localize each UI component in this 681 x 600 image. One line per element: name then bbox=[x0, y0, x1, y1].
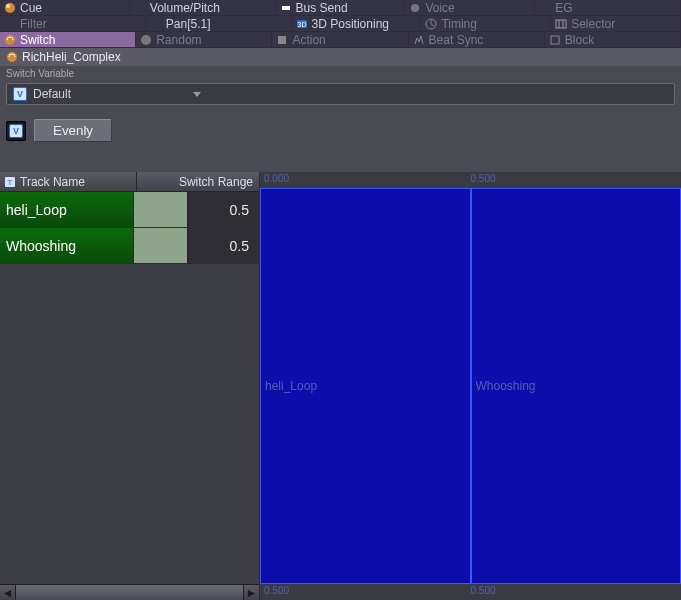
switch-range-cell[interactable]: 0.5 bbox=[188, 228, 259, 263]
tab-label: EG bbox=[555, 1, 572, 15]
table-row[interactable]: Whooshing 0.5 bbox=[0, 228, 259, 264]
tab-label: Timing bbox=[441, 17, 477, 31]
track-name-cell: Whooshing bbox=[0, 228, 134, 263]
variable-icon: V bbox=[9, 124, 23, 138]
breadcrumb-label: RichHeli_Complex bbox=[22, 50, 121, 64]
tab-voice[interactable]: Voice bbox=[405, 0, 535, 16]
column-header-switch-range[interactable]: Switch Range bbox=[137, 172, 259, 191]
track-swatch[interactable] bbox=[134, 228, 188, 263]
tab-selector[interactable]: Selector bbox=[551, 16, 681, 32]
chevron-down-icon bbox=[188, 84, 206, 104]
scroll-thumb[interactable] bbox=[16, 585, 243, 600]
tab-action[interactable]: Action bbox=[272, 32, 408, 48]
region-label: Whooshing bbox=[476, 379, 536, 393]
horizontal-scrollbar[interactable]: ◄ ► bbox=[0, 584, 259, 600]
random-icon bbox=[140, 34, 152, 46]
threed-icon: 3D bbox=[296, 18, 308, 30]
column-header-track-name[interactable]: T Track Name bbox=[0, 172, 137, 191]
tab-switch[interactable]: Switch bbox=[0, 32, 136, 48]
svg-rect-2 bbox=[282, 6, 290, 10]
switch-variable-value: Default bbox=[33, 87, 71, 101]
tab-bus-send[interactable]: Bus Send bbox=[276, 0, 406, 16]
ruler-tick: 0.500 bbox=[264, 585, 289, 596]
tab-label: Block bbox=[565, 33, 594, 47]
switch-region[interactable]: heli_Loop bbox=[260, 188, 471, 584]
tab-label: Volume/Pitch bbox=[150, 1, 220, 15]
svg-point-9 bbox=[141, 35, 151, 45]
svg-point-0 bbox=[5, 3, 15, 13]
tab-label: Action bbox=[292, 33, 325, 47]
svg-text:3D: 3D bbox=[297, 21, 306, 28]
breadcrumb[interactable]: RichHeli_Complex bbox=[0, 48, 681, 66]
switch-icon bbox=[6, 51, 18, 63]
track-list-empty-area bbox=[0, 264, 259, 584]
switch-region[interactable]: Whooshing bbox=[471, 188, 682, 584]
table-row[interactable]: heli_Loop 0.5 bbox=[0, 192, 259, 228]
block-icon bbox=[549, 34, 561, 46]
track-list-pane: T Track Name Switch Range heli_Loop 0.5 … bbox=[0, 172, 260, 600]
tab-beat-sync[interactable]: Beat Sync bbox=[409, 32, 545, 48]
text-icon: T bbox=[4, 176, 16, 188]
tab-timing[interactable]: Timing bbox=[421, 16, 551, 32]
ruler-tick: 0.500 bbox=[471, 585, 496, 596]
ruler-bottom[interactable]: 0.500 0.500 bbox=[260, 584, 681, 600]
svg-rect-11 bbox=[551, 36, 559, 44]
tab-random[interactable]: Random bbox=[136, 32, 272, 48]
grid-icon bbox=[555, 18, 567, 30]
tab-label: Beat Sync bbox=[429, 33, 484, 47]
tab-label: Cue bbox=[20, 1, 42, 15]
switch-icon bbox=[4, 34, 16, 46]
sphere-icon bbox=[4, 2, 16, 14]
svg-point-1 bbox=[6, 4, 10, 8]
tab-label: Bus Send bbox=[296, 1, 348, 15]
module-tab-grid: Cue Volume/Pitch Bus Send Voice EG Filte… bbox=[0, 0, 681, 48]
tab-pan[interactable]: Pan[5.1] bbox=[146, 16, 292, 32]
tab-3d-positioning[interactable]: 3D 3D Positioning bbox=[292, 16, 422, 32]
tab-label: 3D Positioning bbox=[312, 17, 389, 31]
voice-icon bbox=[409, 2, 421, 14]
variable-icon: V bbox=[13, 87, 27, 101]
svg-text:T: T bbox=[8, 178, 13, 187]
region-label: heli_Loop bbox=[265, 379, 317, 393]
track-swatch[interactable] bbox=[134, 192, 188, 227]
svg-point-3 bbox=[411, 4, 419, 12]
ruler-tick: 0.000 bbox=[264, 173, 289, 184]
tab-label: Filter bbox=[20, 17, 47, 31]
evenly-button[interactable]: Evenly bbox=[34, 119, 112, 142]
variable-toggle[interactable]: V bbox=[6, 121, 26, 141]
switch-variable-select[interactable]: V Default bbox=[6, 83, 675, 105]
tab-volume-pitch[interactable]: Volume/Pitch bbox=[130, 0, 276, 16]
action-icon bbox=[276, 34, 288, 46]
track-name-cell: heli_Loop bbox=[0, 192, 134, 227]
tab-block[interactable]: Block bbox=[545, 32, 681, 48]
tab-label: Switch bbox=[20, 33, 55, 47]
scroll-left-icon[interactable]: ◄ bbox=[0, 585, 16, 600]
tab-label: Random bbox=[156, 33, 201, 47]
region-canvas[interactable]: heli_Loop Whooshing bbox=[260, 188, 681, 584]
tab-eg[interactable]: EG bbox=[535, 0, 681, 16]
switch-variable-label: Switch Variable bbox=[0, 66, 681, 79]
ruler-tick: 0.500 bbox=[471, 173, 496, 184]
svg-rect-10 bbox=[278, 36, 286, 44]
svg-rect-7 bbox=[556, 20, 566, 28]
tab-label: Selector bbox=[571, 17, 615, 31]
beat-icon bbox=[413, 34, 425, 46]
bus-icon bbox=[280, 2, 292, 14]
switch-range-cell[interactable]: 0.5 bbox=[188, 192, 259, 227]
tab-cue[interactable]: Cue bbox=[0, 0, 130, 16]
ruler-top[interactable]: 0.000 0.500 bbox=[260, 172, 681, 188]
scroll-right-icon[interactable]: ► bbox=[243, 585, 259, 600]
tab-label: Voice bbox=[425, 1, 454, 15]
clock-icon bbox=[425, 18, 437, 30]
tab-filter[interactable]: Filter bbox=[0, 16, 146, 32]
tab-label: Pan[5.1] bbox=[166, 17, 211, 31]
switch-range-canvas-pane: 0.000 0.500 heli_Loop Whooshing 0.500 0.… bbox=[260, 172, 681, 600]
